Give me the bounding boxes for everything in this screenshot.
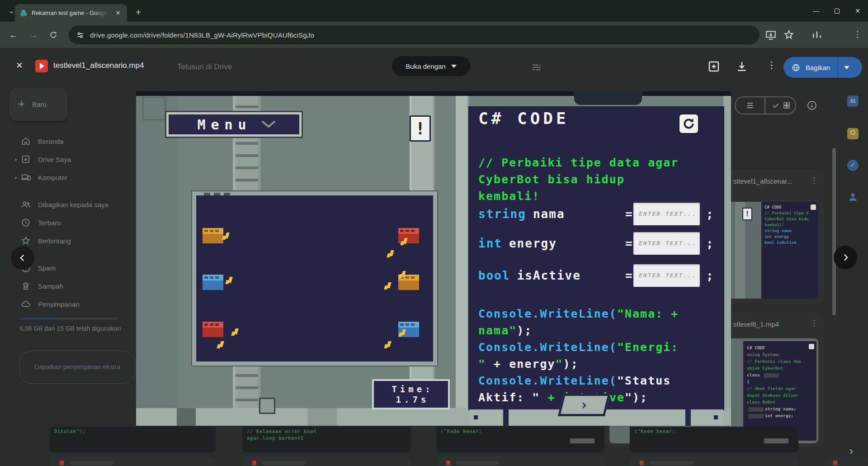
semicolon: ; xyxy=(706,203,714,225)
open-with-button[interactable]: Buka dengan xyxy=(392,56,470,76)
tab-close-icon[interactable]: ✕ xyxy=(113,9,123,18)
code-segment: "); xyxy=(625,391,648,404)
timer-display: Time: 1.7s xyxy=(372,379,450,409)
chevron-right-icon xyxy=(840,252,850,262)
reload-icon[interactable] xyxy=(47,29,60,41)
share-button[interactable]: Bagikan xyxy=(783,57,862,78)
forward-icon[interactable]: → xyxy=(27,29,40,41)
code-segment: Console.WriteLine( xyxy=(478,307,617,320)
code-segment: nama" xyxy=(478,324,517,337)
type-keyword: int xyxy=(478,237,502,250)
code-segment: "Nama: + xyxy=(617,307,679,320)
code-line: nama"); xyxy=(478,322,718,339)
spark-icon xyxy=(387,341,392,347)
close-preview-icon[interactable]: ✕ xyxy=(14,60,25,71)
spark-icon xyxy=(219,341,224,347)
type-keyword: bool xyxy=(478,269,510,282)
value-input-isActive[interactable]: ENTER TEXT... xyxy=(633,264,700,287)
comment-line: kembali! xyxy=(478,188,718,204)
variable-name: energy xyxy=(509,237,557,250)
equals-sign: = xyxy=(625,203,633,225)
spark-icon xyxy=(228,277,233,283)
variable-row-isActive: boolisActive=ENTER TEXT...; xyxy=(478,264,718,287)
window-minimize-button[interactable]: — xyxy=(806,4,826,18)
browser-tab[interactable]: Rekaman test game - Google D ✕ xyxy=(15,4,127,22)
code-segment: Aktif: " xyxy=(478,391,547,404)
code-segment: ); xyxy=(517,324,532,337)
game-menu-dropdown[interactable]: Menu xyxy=(165,111,303,138)
value-input-nama[interactable]: ENTER TEXT... xyxy=(633,203,700,225)
value-input-energy[interactable]: ENTER TEXT... xyxy=(633,232,700,255)
input-placeholder: ENTER TEXT... xyxy=(639,203,697,225)
divider xyxy=(837,57,838,78)
comment-line: CyberBot bisa hidup xyxy=(478,171,718,188)
video-file-icon xyxy=(35,60,48,72)
platform-cap xyxy=(398,322,419,328)
code-line: Console.WriteLine("Energi: xyxy=(478,339,718,356)
browser-menu-icon[interactable]: ⋮ xyxy=(852,29,863,41)
menu-label: Menu xyxy=(192,117,251,133)
chevron-down-icon xyxy=(261,120,276,129)
video-player[interactable]: Menu ! Time: 1.7s C# CODE xyxy=(136,91,731,426)
url-text: drive.google.com/drive/folders/1N83LB_gW… xyxy=(90,31,314,39)
code-segment: Console.WriteLine( xyxy=(478,341,617,354)
install-app-icon[interactable] xyxy=(765,29,777,41)
platform-cap xyxy=(203,322,223,328)
semicolon: ; xyxy=(706,232,714,255)
back-icon[interactable]: ← xyxy=(7,29,20,41)
code-segment: "Status xyxy=(617,374,671,387)
code-segment: " xyxy=(478,357,486,371)
refresh-code-button[interactable] xyxy=(678,113,699,134)
run-code-button[interactable]: › xyxy=(558,394,610,416)
window-maximize-button[interactable] xyxy=(826,4,847,18)
platform-orange xyxy=(203,228,223,243)
code-panel: C# CODE // Perbaiki tipe data agarCyberB… xyxy=(469,107,723,409)
google-drive-favicon-icon xyxy=(19,9,28,17)
alert-block[interactable]: ! xyxy=(410,115,431,142)
tab-title: Rekaman test game - Google D xyxy=(32,10,108,16)
game-panel xyxy=(192,191,437,366)
input-placeholder: ENTER TEXT... xyxy=(639,232,697,255)
url-bar[interactable]: drive.google.com/drive/folders/1N83LB_gW… xyxy=(69,25,760,44)
media-controls-icon[interactable] xyxy=(811,29,823,41)
variable-name: isActive xyxy=(517,269,581,282)
platform-cap xyxy=(398,228,419,234)
console-code: Console.WriteLine("Nama: +nama");Console… xyxy=(478,305,718,406)
spark-icon xyxy=(387,282,392,288)
platform-red xyxy=(203,322,223,337)
chevron-left-icon xyxy=(18,253,28,263)
open-with-label: Buka dengan xyxy=(406,62,445,70)
preview-filename: testlevel1_allscenario.mp4 xyxy=(53,61,144,70)
add-shortcut-icon[interactable] xyxy=(707,60,721,73)
platform-cap xyxy=(203,275,223,281)
tab-strip: ⌄ Rekaman test game - Google D ✕ + — ✕ xyxy=(0,0,868,22)
timer-label: Time: xyxy=(388,385,433,394)
next-file-button[interactable] xyxy=(834,246,857,269)
share-label: Bagikan xyxy=(806,64,830,71)
variable-name: nama xyxy=(533,207,565,221)
chevron-down-icon xyxy=(451,65,457,68)
spark-icon xyxy=(389,250,394,256)
code-segment: " xyxy=(556,357,563,371)
browser-window: ⌄ Rekaman test game - Google D ✕ + — ✕ ←… xyxy=(0,0,868,466)
window-close-button[interactable]: ✕ xyxy=(847,4,868,18)
timer-value: 1.7s xyxy=(393,395,429,404)
site-settings-icon[interactable] xyxy=(76,31,85,39)
equals-sign: = xyxy=(625,232,633,255)
code-comment: // Perbaiki tipe data agarCyberBot bisa … xyxy=(478,154,718,204)
comment-line: // Perbaiki tipe data agar xyxy=(478,154,718,171)
bookmark-star-icon[interactable] xyxy=(783,29,795,41)
variable-row-energy: intenergy=ENTER TEXT...; xyxy=(478,232,718,255)
code-segment: + energy xyxy=(486,357,555,371)
download-icon[interactable] xyxy=(735,60,749,73)
spark-icon xyxy=(225,233,230,238)
equals-sign: = xyxy=(625,264,633,287)
new-tab-button[interactable]: + xyxy=(132,6,145,19)
more-options-icon[interactable]: ⋮ xyxy=(765,60,778,73)
code-segment: Console.WriteLine( xyxy=(478,374,617,387)
share-dropdown-icon[interactable] xyxy=(844,66,849,69)
type-keyword: string xyxy=(478,207,526,221)
platform-cap xyxy=(203,228,223,234)
globe-icon xyxy=(792,63,800,72)
previous-file-button[interactable] xyxy=(11,246,34,270)
